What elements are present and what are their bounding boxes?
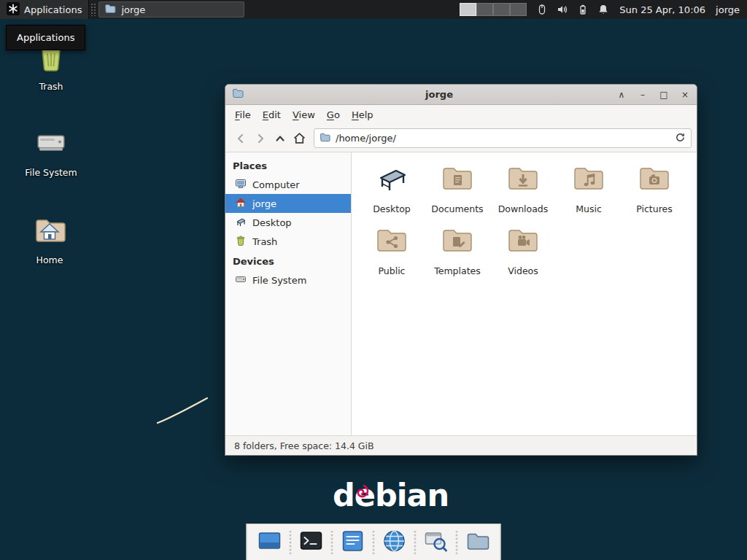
folder-item-documents[interactable]: Documents [425,161,490,214]
folder-item-public[interactable]: Public [359,223,425,276]
folder-label: Templates [434,265,481,276]
window-titlebar[interactable]: jorge ∧ – □ × [225,85,697,105]
sidebar-item-file-system[interactable]: File System [225,271,351,289]
menu-file[interactable]: File [229,106,257,123]
folder-item-music[interactable]: Music [556,161,622,214]
panel-grip-handle[interactable] [90,3,96,16]
folder-item-downloads[interactable]: Downloads [490,161,556,214]
battery-icon[interactable] [576,4,589,16]
status-bar: 8 folders, Free space: 14.4 GiB [225,435,697,455]
workspace-2[interactable] [476,3,493,16]
debian-logo: debian [333,478,449,513]
sidebar: Places Computer jorge Desktop [225,152,352,435]
dock-panel [247,524,501,560]
notifications-bell-icon[interactable] [597,4,609,16]
computer-icon [235,178,247,192]
sidebar-item-label: Trash [252,236,277,247]
application-finder-icon [424,529,449,556]
menu-view[interactable]: View [287,106,321,123]
debian-logo-text: debian [333,477,449,513]
menu-bar: File Edit View Go Help [225,105,697,125]
folder-item-videos[interactable]: Videos [490,223,556,276]
text-editor-launcher[interactable] [339,528,367,557]
applications-tooltip: Applications [6,25,85,50]
taskbar-window-button[interactable]: jorge [98,1,244,18]
shade-button[interactable]: ∧ [616,90,627,100]
sidebar-item-computer[interactable]: Computer [225,175,351,194]
up-button[interactable] [270,129,290,148]
sidebar-item-label: Desktop [252,217,292,228]
window-body: Places Computer jorge Desktop [225,152,697,435]
application-finder-launcher[interactable] [422,528,450,557]
menu-go[interactable]: Go [321,106,346,123]
window-title: jorge [269,89,609,100]
taskbar-window-label: jorge [121,4,145,15]
folder-label: Documents [431,203,483,214]
desktop-icon [235,216,247,230]
desktop-icon-label: Trash [39,81,63,92]
menu-help[interactable]: Help [346,106,379,123]
minimize-button[interactable]: – [638,90,648,100]
show-desktop-button[interactable] [256,528,284,557]
dock-separator [455,531,459,554]
sidebar-item-desktop[interactable]: Desktop [225,213,351,232]
volume-icon[interactable] [556,4,568,16]
desktop-icon-label: Home [36,254,63,265]
dock-separator [372,531,376,554]
folder-label: Pictures [636,203,673,214]
trash-icon [235,235,247,249]
terminal-launcher[interactable] [298,528,325,557]
web-browser-launcher[interactable] [381,528,409,557]
desktop-icon-home[interactable]: Home [13,213,86,265]
drive-icon [235,273,247,287]
desktop-icon-label: File System [25,167,77,178]
panel-user-menu[interactable]: jorge [716,4,740,15]
sidebar-places-header: Places [225,155,351,175]
file-manager-icon [465,529,490,556]
folder-label: Desktop [373,203,411,214]
path-text[interactable]: /home/jorge/ [336,133,670,144]
folder-icon [104,3,116,17]
workspace-1[interactable] [460,3,476,16]
public-folder-icon [374,223,409,260]
wallpaper-swirl-line [153,392,212,429]
workspace-3[interactable] [493,3,510,16]
maximize-button[interactable]: □ [659,90,669,100]
mouse-icon[interactable] [535,4,548,16]
folder-view[interactable]: Desktop Documents Downloads Music [352,152,697,435]
folder-label: Public [379,265,406,276]
sidebar-item-label: jorge [252,198,276,209]
file-manager-launcher[interactable] [464,528,492,557]
forward-button[interactable] [250,129,270,148]
home-button[interactable] [290,129,309,148]
back-button[interactable] [231,129,250,148]
panel-clock[interactable]: Sun 25 Apr, 10:06 [619,4,705,15]
sidebar-item-jorge[interactable]: jorge [225,194,351,213]
sidebar-item-label: File System [252,275,306,286]
window-controls: ∧ – □ × [616,90,690,100]
folder-item-templates[interactable]: Templates [425,223,490,276]
home-icon [235,197,247,211]
dock-separator [414,531,417,554]
downloads-folder-icon [506,161,541,198]
folder-icon [320,132,330,145]
home-folder-icon [32,213,67,250]
terminal-icon [299,529,324,556]
sidebar-item-trash[interactable]: Trash [225,232,351,251]
menu-edit[interactable]: Edit [257,106,287,123]
applications-menu-icon [7,2,20,18]
dock-separator [330,531,334,554]
folder-item-desktop[interactable]: Desktop [359,161,425,214]
applications-menu-button[interactable]: Applications [0,0,89,19]
path-bar[interactable]: /home/jorge/ [314,128,692,148]
status-text: 8 folders, Free space: 14.4 GiB [234,440,374,451]
folder-item-pictures[interactable]: Pictures [622,161,687,214]
desktop-icon-file-system[interactable]: File System [15,125,88,178]
debian-swirl-icon [352,473,370,508]
workspace-4[interactable] [510,3,527,16]
close-button[interactable]: × [680,90,690,100]
show-desktop-icon [258,529,282,556]
sidebar-item-label: Computer [252,179,300,190]
reload-button[interactable] [675,132,686,145]
file-manager-window: jorge ∧ – □ × File Edit View Go Help [225,84,697,456]
